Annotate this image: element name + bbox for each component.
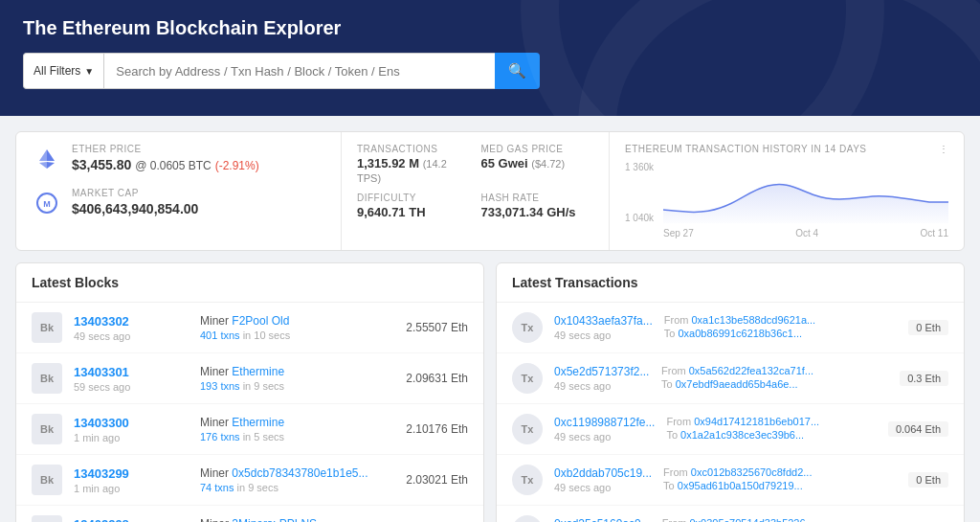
main-content: Latest Blocks Bk 13403302 49 secs ago Mi… [0, 262, 980, 522]
svg-marker-3 [47, 162, 55, 169]
tx-from[interactable]: 0x5a562d22fea132ca71f... [689, 365, 813, 376]
chart-y-low: 1 040k [625, 213, 663, 223]
hash-rate-label: HASH RATE [481, 193, 594, 203]
table-row: Tx 0x10433aefa37fa... 49 secs ago From 0… [497, 303, 964, 353]
chart-more-icon[interactable]: ⋮ [939, 144, 949, 154]
tx-hash[interactable]: 0x10433aefa37fa... [554, 314, 653, 328]
svg-marker-1 [47, 149, 55, 161]
block-number[interactable]: 13403300 [74, 416, 189, 430]
block-miner: Miner Ethermine 193 txns in 9 secs [200, 365, 394, 392]
table-row: Tx 0x5e2d571373f2... 49 secs ago From 0x… [497, 353, 964, 404]
block-miner-label: Miner 0x5dcb78343780e1b1e5... [200, 466, 394, 480]
tx-to[interactable]: 0x7ebdf9aeadd65b4a6e... [676, 378, 798, 390]
tx-badge: Tx [512, 363, 543, 394]
ether-price-row: ETHER PRICE $3,455.80 @ 0.0605 BTC (-2.9… [32, 144, 325, 174]
block-reward: 2.09631 Eth [406, 372, 468, 385]
bk-badge: Bk [32, 515, 62, 522]
tx-from[interactable]: 0xc012b8325670c8fdd2... [691, 466, 813, 478]
stats-left: ETHER PRICE $3,455.80 @ 0.0605 BTC (-2.9… [16, 132, 342, 250]
page-title: The Ethereum Blockchain Explorer [23, 17, 957, 39]
tx-from-row: From 0x5a562d22fea132ca71f... [661, 365, 888, 376]
tx-badge: Tx [512, 515, 543, 522]
block-miner-label: Miner F2Pool Old [200, 314, 394, 328]
block-miner: Miner Ethermine 176 txns in 5 secs [200, 416, 394, 443]
table-row: Bk 13403302 49 secs ago Miner F2Pool Old… [16, 303, 483, 353]
miner-link[interactable]: 0x5dcb78343780e1b1e5... [232, 466, 368, 480]
filter-dropdown[interactable]: All Filters ▼ [23, 53, 103, 89]
block-time: 59 secs ago [74, 381, 189, 393]
chevron-down-icon: ▼ [84, 66, 94, 77]
miner-link[interactable]: F2Pool Old [232, 314, 289, 328]
block-miner-label: Miner Ethermine [200, 416, 394, 429]
block-number[interactable]: 13403298 [74, 517, 189, 523]
tx-time: 49 secs ago [554, 329, 653, 341]
chart-y-high: 1 360k [625, 162, 663, 172]
search-input[interactable] [103, 53, 495, 89]
tx-from-row: From 0x94d17412181b6eb017... [666, 416, 876, 427]
tx-hash[interactable]: 0xc1198988712fe... [554, 416, 655, 429]
bk-badge: Bk [32, 312, 62, 343]
miner-link[interactable]: Ethermine [232, 416, 284, 429]
tx-to[interactable]: 0x1a2a1c938ce3ec39b6... [680, 429, 804, 441]
chart-x-oct4: Oct 4 [795, 228, 818, 238]
block-txns: 74 txns in 9 secs [200, 482, 394, 493]
tx-from[interactable]: 0x0305c70514d33b5226... [689, 517, 813, 522]
tx-from[interactable]: 0x94d17412181b6eb017... [694, 416, 819, 427]
block-txns: 401 txns in 10 secs [200, 329, 394, 341]
difficulty-value: 9,640.71 TH [357, 205, 470, 219]
hash-rate-value: 733,071.34 GH/s [481, 205, 594, 219]
miner-link[interactable]: 2Miners: PPLNS [232, 517, 317, 522]
market-cap-info: MARKET CAP $406,643,940,854.00 [72, 188, 325, 216]
block-number[interactable]: 13403299 [74, 466, 189, 481]
transactions-stat: TRANSACTIONS 1,315.92 M (14.2 TPS) [357, 144, 470, 185]
stats-chart: ETHEREUM TRANSACTION HISTORY IN 14 DAYS … [610, 132, 964, 250]
block-number[interactable]: 13403302 [74, 314, 189, 329]
block-meta: 13403298 2 min ago [74, 517, 189, 523]
bk-badge: Bk [32, 363, 62, 394]
latest-blocks-panel: Latest Blocks Bk 13403302 49 secs ago Mi… [15, 262, 484, 522]
tx-to[interactable]: 0x95ad61b0a150d79219... [678, 480, 803, 491]
stats-section: ETHER PRICE $3,455.80 @ 0.0605 BTC (-2.9… [15, 131, 965, 251]
latest-blocks-title: Latest Blocks [16, 263, 483, 303]
ether-price-value: $3,455.80 @ 0.0605 BTC (-2.91%) [72, 157, 325, 172]
market-cap-label: MARKET CAP [72, 188, 325, 198]
tx-to[interactable]: 0xa0b86991c6218b36c1... [678, 328, 802, 339]
tx-hash[interactable]: 0xcd25c5169ac9... [554, 517, 651, 522]
latest-tx-title: Latest Transactions [497, 263, 964, 303]
table-row: Bk 13403301 59 secs ago Miner Ethermine … [16, 353, 483, 404]
chart-x-oct11: Oct 11 [921, 228, 948, 238]
gas-value: 65 Gwei ($4.72) [481, 156, 594, 170]
header: The Ethereum Blockchain Explorer All Fil… [0, 0, 980, 116]
search-button[interactable]: 🔍 [495, 53, 540, 89]
miner-link[interactable]: Ethermine [232, 365, 284, 378]
filter-label: All Filters [33, 64, 80, 78]
block-time: 49 secs ago [74, 330, 189, 342]
tx-from-row: From 0xa1c13be588dcd9621a... [664, 314, 898, 326]
tx-hash[interactable]: 0xb2ddab705c19... [554, 466, 652, 480]
block-reward: 2.03021 Eth [406, 473, 468, 487]
chart-x-sep27: Sep 27 [663, 228, 694, 238]
tx-from[interactable]: 0xa1c13be588dcd9621a... [692, 314, 816, 326]
tx-addresses: From 0x5a562d22fea132ca71f... To 0x7ebdf… [661, 365, 888, 392]
market-cap-value: $406,643,940,854.00 [72, 201, 325, 216]
block-miner-label: Miner 2Miners: PPLNS [200, 517, 394, 522]
bk-badge: Bk [32, 414, 62, 444]
chart-title-row: ETHEREUM TRANSACTION HISTORY IN 14 DAYS … [625, 144, 948, 154]
tx-from-row: From 0x0305c70514d33b5226... [662, 517, 898, 522]
block-txns: 193 txns in 9 secs [200, 380, 394, 392]
table-row: Tx 0xcd25c5169ac9... 49 secs ago From 0x… [497, 506, 964, 522]
tx-hash[interactable]: 0x5e2d571373f2... [554, 365, 650, 378]
market-cap-icon: M [32, 188, 62, 218]
tx-addresses: From 0x94d17412181b6eb017... To 0x1a2a1c… [666, 416, 876, 443]
search-bar: All Filters ▼ 🔍 [23, 53, 540, 89]
latest-transactions-panel: Latest Transactions Tx 0x10433aefa37fa..… [496, 262, 965, 522]
difficulty-label: DIFFICULTY [357, 193, 470, 203]
tx-value: 1,315.92 M (14.2 TPS) [357, 156, 470, 185]
block-number[interactable]: 13403301 [74, 365, 189, 379]
block-reward: 2.55507 Eth [406, 321, 468, 334]
tx-meta: 0xc1198988712fe... 49 secs ago [554, 416, 655, 443]
tx-meta: 0xcd25c5169ac9... 49 secs ago [554, 517, 651, 522]
block-time: 1 min ago [74, 483, 189, 494]
tx-time: 49 secs ago [554, 482, 652, 493]
tx-badge: Tx [512, 312, 543, 343]
